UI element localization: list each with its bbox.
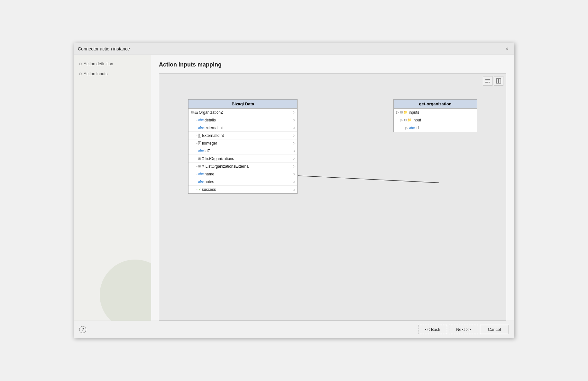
footer: ? << Back Next >> Cancel (74, 321, 514, 338)
row-label: success (202, 187, 293, 192)
sidebar-dot-2 (79, 73, 82, 75)
row-label: idInteger (202, 141, 293, 146)
dialog: Connector action instance × Action defin… (74, 43, 514, 338)
expand-icon: ⊟ (400, 111, 403, 114)
row-label: input (413, 118, 475, 122)
table-row[interactable]: └ 1 idInteger ▷ (188, 139, 297, 147)
row-arrow: ▷ (293, 156, 295, 161)
row-label: ListOrganizationsExternal (206, 164, 293, 169)
page-title: Action inputs mapping (159, 61, 506, 68)
row-label: ExternalIdInt (202, 133, 293, 138)
footer-left: ? (79, 326, 86, 333)
table-row[interactable]: └ ✓ success ▷ (188, 186, 297, 193)
close-button[interactable]: × (504, 46, 510, 52)
expand-icon: ⊟ (191, 111, 194, 114)
table-row[interactable]: └ abc external_id ▷ (188, 124, 297, 132)
tree-line: └ (195, 188, 198, 191)
left-arrow: ▷ (396, 110, 399, 114)
right-table-header: get-organization (394, 100, 477, 109)
table-row[interactable]: ▷ abc id (394, 124, 477, 132)
cancel-button[interactable]: Cancel (480, 325, 509, 334)
row-arrow: ▷ (293, 149, 295, 153)
table-row[interactable]: └ ⊞ ⚙ listOrganizations ▷ (188, 155, 297, 163)
tree-line: └ (195, 118, 198, 122)
table-row[interactable]: ▷ ⊟ 📁 input (394, 116, 477, 124)
link-icon: ⚙ (201, 156, 205, 161)
dialog-title: Connector action instance (78, 46, 130, 51)
next-button[interactable]: Next >> (449, 325, 478, 334)
expand-icon: ⊟ (404, 118, 407, 122)
back-button[interactable]: << Back (418, 325, 447, 334)
row-arrow: ▷ (293, 141, 295, 145)
folder-icon: 📁 (403, 110, 408, 114)
expand-icon: ⊞ (198, 157, 201, 160)
row-arrow: ▷ (293, 133, 295, 137)
row-label: inputs (409, 110, 475, 115)
table-row[interactable]: └ abc name ▷ (188, 170, 297, 178)
abc-icon: abc (198, 180, 204, 183)
row-label: idZ (205, 149, 293, 153)
folder-icon: 📁 (407, 118, 412, 122)
abc-icon: abc (198, 172, 204, 176)
row-arrow: ▷ (293, 118, 295, 122)
int-icon: 1 (198, 141, 201, 145)
check-icon: ✓ (198, 188, 201, 192)
tree-line: └ (195, 180, 198, 184)
sidebar-item-action-definition[interactable]: Action definition (79, 61, 146, 66)
tree-line: └ (195, 134, 198, 137)
table-row[interactable]: └ 1 ExternalIdInt ▷ (188, 132, 297, 139)
row-label: external_id (205, 126, 293, 130)
svg-line-6 (298, 176, 439, 183)
tree-line: └ (195, 126, 198, 130)
mapping-area: Bizagi Data ⊟ 🗃 OrganizationZ ▷ (159, 73, 506, 321)
left-table-header: Bizagi Data (188, 100, 297, 109)
row-label: name (205, 172, 293, 176)
sidebar-item-action-inputs[interactable]: Action inputs (79, 71, 146, 76)
tree-line: └ (195, 172, 198, 176)
row-arrow: ▷ (293, 172, 295, 176)
row-arrow: ▷ (293, 164, 295, 168)
tree-line: └ (195, 164, 198, 168)
abc-icon: abc (198, 118, 204, 122)
link-icon: ⚙ (201, 164, 205, 168)
title-bar: Connector action instance × (74, 43, 514, 55)
table-row[interactable]: └ abc notes ▷ (188, 178, 297, 186)
row-arrow: ▷ (293, 188, 295, 192)
main-content: Action inputs mapping (151, 55, 514, 321)
dialog-body: Action definition Action inputs Action i… (74, 55, 514, 321)
left-arrow: ▷ (405, 126, 408, 130)
row-arrow: ▷ (293, 126, 295, 130)
int-icon: 1 (198, 134, 201, 137)
table-row[interactable]: └ abc details ▷ (188, 116, 297, 124)
tree-line: └ (195, 149, 198, 153)
help-button[interactable]: ? (79, 326, 86, 333)
sidebar: Action definition Action inputs (74, 55, 151, 321)
sidebar-item-label-1: Action definition (84, 61, 113, 66)
row-arrow: ▷ (293, 180, 295, 184)
footer-right: << Back Next >> Cancel (418, 325, 509, 334)
sidebar-dot-1 (79, 63, 82, 65)
left-arrow: ▷ (400, 118, 403, 122)
left-data-table: Bizagi Data ⊟ 🗃 OrganizationZ ▷ (188, 99, 298, 194)
left-table-body: ⊟ 🗃 OrganizationZ ▷ └ abc details ▷ (188, 109, 297, 193)
row-label: notes (205, 180, 293, 184)
table-icon: 🗃 (194, 111, 198, 114)
abc-icon: abc (409, 126, 415, 130)
abc-icon: abc (198, 149, 204, 153)
abc-icon: abc (198, 126, 204, 129)
row-label: OrganizationZ (199, 110, 293, 115)
right-table-body: ▷ ⊟ 📁 inputs ▷ ⊟ 📁 input (394, 109, 477, 132)
table-row[interactable]: ▷ ⊟ 📁 inputs (394, 109, 477, 116)
row-label: id (416, 126, 475, 130)
expand-icon: ⊞ (198, 164, 201, 168)
table-row[interactable]: ⊟ 🗃 OrganizationZ ▷ (188, 109, 297, 116)
tree-line: └ (195, 157, 198, 161)
row-label: details (205, 118, 293, 122)
canvas: Bizagi Data ⊟ 🗃 OrganizationZ ▷ (159, 74, 506, 320)
row-label: listOrganizations (206, 156, 293, 161)
table-row[interactable]: └ abc idZ ▷ (188, 147, 297, 155)
right-data-table: get-organization ▷ ⊟ 📁 inputs ▷ (393, 99, 477, 132)
table-row[interactable]: └ ⊞ ⚙ ListOrganizationsExternal ▷ (188, 163, 297, 170)
sidebar-item-label-2: Action inputs (84, 71, 107, 76)
row-arrow: ▷ (293, 110, 295, 114)
